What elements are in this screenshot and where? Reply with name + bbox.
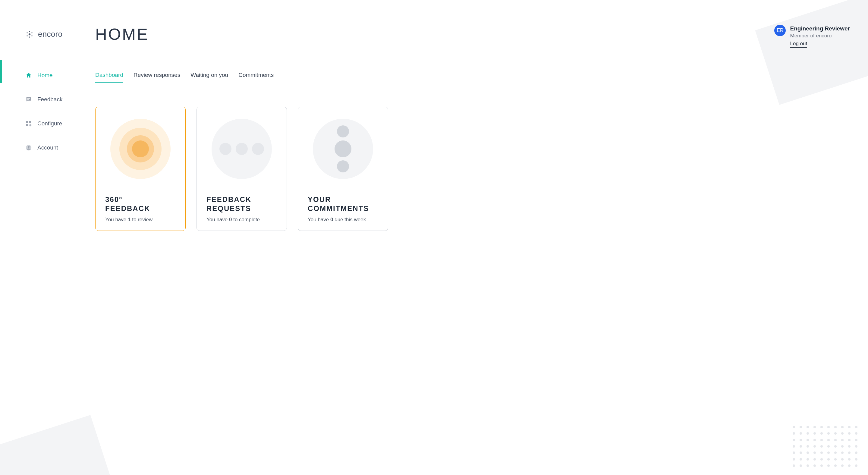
svg-rect-9 [26, 121, 28, 123]
page-title: HOME [95, 25, 149, 43]
sidebar-item-label: Home [37, 72, 53, 79]
card-sub-prefix: You have [207, 217, 229, 222]
card-subtitle: You have 0 due this week [308, 217, 378, 223]
tab-commitments[interactable]: Commitments [239, 72, 274, 83]
svg-point-6 [27, 32, 28, 33]
svg-rect-8 [27, 99, 29, 99]
card-illustration [308, 116, 378, 186]
sidebar-item-home[interactable]: Home [25, 69, 90, 82]
card-your-commitments[interactable]: YOUR COMMITMENTS You have 0 due this wee… [298, 107, 388, 231]
card-sub-prefix: You have [105, 217, 128, 222]
svg-rect-7 [27, 98, 30, 99]
sidebar-item-label: Account [37, 145, 58, 151]
card-illustration [105, 116, 176, 186]
sidebar-item-label: Feedback [37, 96, 62, 103]
svg-rect-10 [29, 121, 31, 123]
card-divider [207, 190, 277, 190]
sidebar-item-feedback[interactable]: Feedback [25, 93, 90, 106]
chat-icon [25, 96, 32, 103]
logo-icon [25, 30, 34, 39]
svg-point-5 [27, 35, 28, 36]
stacked-dots-icon [313, 119, 373, 179]
card-subtitle: You have 1 to review [105, 217, 176, 223]
main-content: HOME ER Engineering Reviewer Member of e… [90, 0, 868, 475]
user-name: Engineering Reviewer [790, 25, 850, 33]
svg-rect-11 [26, 124, 28, 126]
card-360-feedback[interactable]: 360° FEEDBACK You have 1 to review [95, 107, 186, 231]
card-subtitle: You have 0 to complete [207, 217, 277, 223]
svg-point-2 [31, 32, 33, 33]
sidebar-nav: Home Feedback Configure [25, 69, 90, 154]
svg-point-15 [28, 146, 30, 148]
card-feedback-requests[interactable]: FEEDBACK REQUESTS You have 0 to complete [196, 107, 287, 231]
sidebar-item-label: Configure [37, 120, 62, 127]
card-sub-suffix: to review [130, 217, 153, 222]
svg-point-3 [31, 35, 33, 36]
card-illustration [207, 116, 277, 186]
target-icon [110, 119, 170, 179]
card-sub-suffix: due this week [333, 217, 366, 222]
card-title: YOUR COMMITMENTS [308, 195, 378, 214]
brand-name: encoro [38, 30, 62, 39]
sidebar-item-configure[interactable]: Configure [25, 117, 90, 130]
logout-link[interactable]: Log out [790, 40, 807, 48]
card-sub-suffix: to complete [232, 217, 260, 222]
svg-rect-13 [29, 125, 31, 126]
card-divider [105, 190, 176, 190]
sidebar: encoro Home Feedback [0, 0, 90, 475]
configure-icon [25, 120, 32, 127]
svg-point-4 [29, 36, 30, 38]
dashboard-cards: 360° FEEDBACK You have 1 to review FEEDB… [95, 107, 850, 231]
user-membership: Member of encoro [790, 33, 850, 39]
card-title: FEEDBACK REQUESTS [207, 195, 277, 214]
brand-logo[interactable]: encoro [25, 30, 90, 39]
avatar[interactable]: ER [774, 25, 786, 36]
svg-point-1 [29, 31, 30, 32]
card-sub-prefix: You have [308, 217, 330, 222]
sidebar-item-account[interactable]: Account [25, 141, 90, 154]
card-title: 360° FEEDBACK [105, 195, 176, 214]
tab-dashboard[interactable]: Dashboard [95, 72, 123, 83]
home-icon [25, 72, 32, 79]
account-icon [25, 145, 32, 151]
card-divider [308, 190, 378, 190]
user-block: ER Engineering Reviewer Member of encoro… [774, 25, 850, 48]
svg-point-0 [29, 33, 30, 35]
sidebar-active-indicator [0, 60, 2, 83]
tab-review-responses[interactable]: Review responses [133, 72, 180, 83]
tabs: Dashboard Review responses Waiting on yo… [95, 72, 850, 83]
tab-waiting-on-you[interactable]: Waiting on you [190, 72, 228, 83]
ellipsis-icon [212, 119, 272, 179]
